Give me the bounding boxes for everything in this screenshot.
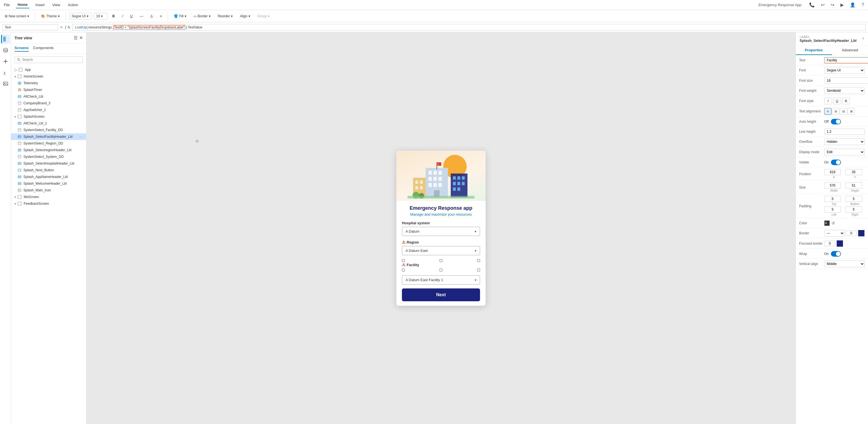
font-select[interactable]: Segoe UI — [824, 67, 865, 73]
reorder-button[interactable]: Reorder ▾ — [215, 13, 235, 20]
tree-item-mescreen[interactable]: ▾ MeScreen — [11, 193, 86, 200]
tab-advanced[interactable]: Advanced — [832, 46, 868, 55]
autoheight-toggle[interactable] — [831, 119, 841, 124]
new-screen-button[interactable]: ⊞ New screen ▾ — [2, 13, 32, 20]
fontsize-input[interactable] — [824, 78, 868, 84]
tree-item-splash-welcome-header[interactable]: Splash_WelcomeHeader_Lbl — [11, 180, 86, 187]
align-button[interactable]: ≡ — [157, 13, 164, 20]
size-width-input[interactable] — [824, 182, 841, 188]
fontweight-select[interactable]: Semibold — [824, 87, 865, 94]
help-icon[interactable]: ? — [860, 1, 866, 9]
size-height-input[interactable] — [845, 182, 862, 188]
visible-toggle[interactable] — [831, 159, 841, 165]
align-left-btn[interactable]: ≡ — [824, 108, 832, 115]
tree-item-altcheck-lbl[interactable]: AltCheck_Lbl — [11, 93, 86, 100]
handle-tc[interactable] — [440, 259, 442, 262]
tree-item-altcheck-lbl-1[interactable]: AltCheck_Lbl_1 — [11, 120, 86, 127]
tree-item-splash-main-icon[interactable]: Splash_Main_Icon — [11, 187, 86, 193]
undo-icon[interactable]: ↩ — [819, 1, 826, 9]
facility-dropdown[interactable]: A Datum East Facility 1 ▾ — [402, 275, 480, 284]
overflow-select[interactable]: Hidden — [824, 139, 865, 145]
sidebar-variable-icon[interactable]: χ — [1, 68, 10, 77]
formula-fx-btn[interactable]: ƒ fx — [65, 25, 70, 29]
play-icon[interactable]: ▶ — [839, 1, 845, 9]
handle-br[interactable] — [477, 269, 480, 271]
tab-components[interactable]: Components — [33, 46, 54, 52]
menu-file[interactable]: File — [2, 2, 11, 8]
handle-bc[interactable] — [440, 269, 442, 271]
tree-item-companybrand[interactable]: CompanyBrand_3 — [11, 100, 86, 107]
tree-item-splash-facility-header[interactable]: Splash_SelectFacilityHeader_Lbl ··· — [11, 133, 86, 140]
underline-button[interactable]: U — [128, 13, 135, 20]
hospital-system-dropdown[interactable]: A Datum ▾ — [402, 227, 480, 236]
search-input[interactable] — [22, 58, 80, 62]
tab-screens[interactable]: Screens — [14, 46, 29, 52]
menu-view[interactable]: View — [51, 2, 62, 8]
align-justify-btn[interactable]: ⊞ — [848, 108, 855, 115]
tree-item-homescreen[interactable]: ▾ HomeScreen — [11, 73, 86, 80]
border-style-select[interactable]: — — [824, 230, 844, 237]
tree-item-app[interactable]: ▷ App — [11, 66, 86, 73]
close-icon[interactable]: ✕ — [79, 35, 83, 40]
tree-item-splashscreen[interactable]: ▾ SplashScreen — [11, 113, 86, 120]
align-right-btn[interactable]: ⊟ — [840, 108, 847, 115]
tree-item-splash-hospital-header[interactable]: Splash_SelectHospitalHeader_Lbl — [11, 160, 86, 167]
formula-input[interactable]: LookUp(resourceStrings, TextID = "Splash… — [72, 24, 866, 31]
strikethrough-style-btn[interactable]: S — [842, 98, 850, 104]
align-layout-button[interactable]: Align ▾ — [237, 13, 253, 20]
theme-button[interactable]: 🎨 Theme ▾ — [38, 13, 62, 20]
tree-item-feedbackscreen[interactable]: ▾ FeedbackScreen — [11, 200, 86, 207]
font-size-dropdown[interactable]: 18 ▾ — [94, 13, 108, 20]
region-dropdown[interactable]: A Datum East ▾ — [402, 246, 480, 255]
canvas-area[interactable]: ⊹ — [87, 32, 796, 424]
italic-button[interactable]: / — [119, 13, 125, 20]
bold-button[interactable]: B — [110, 13, 117, 20]
padding-left-input[interactable] — [824, 206, 841, 213]
position-x-input[interactable] — [824, 169, 841, 175]
tree-item-splash-appname-header[interactable]: Splash_AppNameHeader_Lbl — [11, 174, 86, 180]
italic-style-btn[interactable]: I — [824, 98, 832, 104]
tree-item-splash-region-header[interactable]: Splash_SelectregionHeader_Lbl — [11, 147, 86, 153]
sidebar-media-icon[interactable] — [1, 79, 10, 88]
padding-top-input[interactable] — [824, 196, 841, 202]
tree-item-systemselect-facility[interactable]: SystemSelect_Facility_DD — [11, 127, 86, 133]
tab-properties[interactable]: Properties — [796, 46, 832, 55]
menu-action[interactable]: Action — [66, 2, 80, 8]
tree-item-splash-next-button[interactable]: Splash_Next_Button — [11, 167, 86, 174]
focused-border-width-input[interactable] — [824, 241, 835, 246]
tree-item-appswitcher[interactable]: AppSwitcher_1 — [11, 107, 86, 113]
displaymode-select[interactable]: Edit — [824, 149, 865, 155]
border-color-swatch[interactable] — [858, 230, 865, 237]
help-icon[interactable]: ? — [862, 37, 864, 41]
phone-icon[interactable]: 📞 — [807, 1, 816, 9]
item-context-menu[interactable]: ··· — [80, 134, 83, 139]
next-button[interactable]: Next — [402, 289, 480, 301]
padding-right-input[interactable] — [845, 206, 862, 213]
tree-item-telemetry[interactable]: Telemetry — [11, 80, 86, 87]
user-icon[interactable]: 👤 — [848, 1, 857, 9]
sidebar-data-icon[interactable] — [1, 46, 10, 55]
fill-button[interactable]: 🪣 Fill ▾ — [171, 13, 189, 20]
sidebar-plus-icon[interactable] — [1, 57, 10, 66]
text-input[interactable] — [824, 57, 868, 63]
menu-home[interactable]: Home — [16, 1, 29, 8]
border-button[interactable]: ▭ Border ▾ — [191, 13, 213, 20]
redo-icon[interactable]: ↪ — [829, 1, 836, 9]
lineheight-input[interactable] — [824, 129, 865, 135]
tree-item-systemselect-system[interactable]: SystemSelect_System_DD — [11, 153, 86, 160]
wrap-toggle[interactable] — [831, 251, 841, 256]
group-button[interactable]: Group ▾ — [255, 13, 272, 20]
tree-item-systemselect-region[interactable]: SystemSelect_Region_DD — [11, 140, 86, 147]
underline-style-btn[interactable]: U — [833, 98, 841, 104]
padding-bottom-input[interactable] — [845, 196, 862, 202]
font-family-dropdown[interactable]: Segoe UI ▾ — [69, 13, 92, 20]
font-color-button[interactable]: A — [148, 13, 155, 20]
sidebar-treeview-icon[interactable] — [1, 35, 10, 43]
strikethrough-button[interactable]: — — [137, 13, 146, 20]
collapse-icon[interactable]: ☰ — [74, 35, 78, 40]
menu-insert[interactable]: Insert — [34, 2, 46, 8]
align-center-btn[interactable]: ⊟ — [832, 108, 839, 115]
handle-tl[interactable] — [402, 259, 405, 262]
position-y-input[interactable] — [845, 169, 862, 175]
handle-tr[interactable] — [477, 259, 480, 262]
